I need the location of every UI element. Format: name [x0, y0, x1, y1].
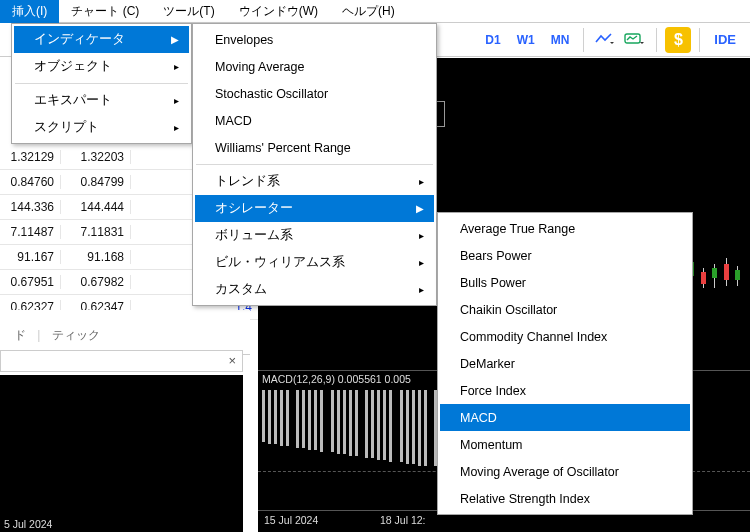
- close-icon[interactable]: ×: [228, 353, 236, 368]
- indicators-button[interactable]: [622, 27, 648, 53]
- timeframe-d1[interactable]: D1: [479, 29, 506, 51]
- lower-panel: [0, 375, 243, 532]
- panel-header: ×: [0, 350, 243, 372]
- moving-average-item[interactable]: Moving Average: [195, 53, 434, 80]
- arrow-right-icon: ▸: [174, 61, 179, 72]
- oscillator-item[interactable]: オシレーター▶: [195, 195, 434, 222]
- time-tick: 18 Jul 12:: [380, 514, 426, 526]
- menu-window[interactable]: ウインドウ(W): [227, 0, 330, 23]
- script-menu-item[interactable]: スクリプト▸: [14, 114, 189, 141]
- quote-cell: 0.67982: [60, 275, 130, 289]
- trend-item[interactable]: トレンド系▸: [195, 168, 434, 195]
- quote-cell: 1.32129: [0, 150, 60, 164]
- arrow-right-icon: ▸: [174, 122, 179, 133]
- menu-tool[interactable]: ツール(T): [151, 0, 226, 23]
- quote-cell: 1.32203: [60, 150, 130, 164]
- stochastic-item[interactable]: Stochastic Oscillator: [195, 80, 434, 107]
- menubar: 挿入(I) チャート (C) ツール(T) ウインドウ(W) ヘルプ(H): [0, 0, 750, 23]
- force-index-item[interactable]: Force Index: [440, 377, 690, 404]
- quote-cell: 91.167: [0, 250, 60, 264]
- quote-cell: 144.336: [0, 200, 60, 214]
- timeframe-w1[interactable]: W1: [511, 29, 541, 51]
- quote-cell: 0.84760: [0, 175, 60, 189]
- time-tick-left: 5 Jul 2024: [0, 518, 243, 532]
- bulls-power-item[interactable]: Bulls Power: [440, 269, 690, 296]
- arrow-right-icon: ▸: [419, 176, 424, 187]
- williams-item[interactable]: Williams' Percent Range: [195, 134, 434, 161]
- mao-item[interactable]: Moving Average of Oscillator: [440, 458, 690, 485]
- quote-cell: 0.67951: [0, 275, 60, 289]
- quote-cell: 7.11831: [60, 225, 130, 239]
- chaikin-item[interactable]: Chaikin Oscillator: [440, 296, 690, 323]
- quote-cell: 91.168: [60, 250, 130, 264]
- tab-card[interactable]: ド: [6, 325, 34, 346]
- cci-item[interactable]: Commodity Channel Index: [440, 323, 690, 350]
- momentum-item[interactable]: Momentum: [440, 431, 690, 458]
- envelopes-item[interactable]: Envelopes: [195, 26, 434, 53]
- arrow-right-icon: ▸: [419, 257, 424, 268]
- macd-osc-item[interactable]: MACD: [440, 404, 690, 431]
- insert-menu: インディケータ▶ オブジェクト▸ エキスパート▸ スクリプト▸: [11, 23, 192, 144]
- bears-power-item[interactable]: Bears Power: [440, 242, 690, 269]
- toolbar-separator: [656, 28, 657, 52]
- arrow-right-icon: ▸: [419, 230, 424, 241]
- rsi-item[interactable]: Relative Strength Index: [440, 485, 690, 512]
- indicator-menu-item[interactable]: インディケータ▶: [14, 26, 189, 53]
- dollar-button[interactable]: $: [665, 27, 691, 53]
- macd-label: MACD(12,26,9) 0.005561 0.005: [262, 373, 411, 385]
- expert-menu-item[interactable]: エキスパート▸: [14, 87, 189, 114]
- atr-item[interactable]: Average True Range: [440, 215, 690, 242]
- ide-button[interactable]: IDE: [708, 32, 742, 47]
- quote-cell: 144.444: [60, 200, 130, 214]
- arrow-right-icon: ▸: [174, 95, 179, 106]
- indicator-submenu: Envelopes Moving Average Stochastic Osci…: [192, 23, 437, 306]
- volume-item[interactable]: ボリューム系▸: [195, 222, 434, 249]
- chart-type-dropdown[interactable]: [592, 27, 618, 53]
- menu-help[interactable]: ヘルプ(H): [330, 0, 407, 23]
- toolbar-separator: [699, 28, 700, 52]
- toolbar-separator: [583, 28, 584, 52]
- timeframe-mn[interactable]: MN: [545, 29, 576, 51]
- quote-cell: 0.84799: [60, 175, 130, 189]
- quote-cell: 7.11487: [0, 225, 60, 239]
- menu-chart[interactable]: チャート (C): [59, 0, 151, 23]
- macd-item[interactable]: MACD: [195, 107, 434, 134]
- tab-row: ド | ティック: [0, 310, 250, 355]
- arrow-right-icon: ▸: [419, 284, 424, 295]
- arrow-right-icon: ▶: [171, 34, 179, 45]
- arrow-right-icon: ▶: [416, 203, 424, 214]
- object-menu-item[interactable]: オブジェクト▸: [14, 53, 189, 80]
- macd-bars: [262, 390, 464, 470]
- demarker-item[interactable]: DeMarker: [440, 350, 690, 377]
- custom-item[interactable]: カスタム▸: [195, 276, 434, 303]
- bill-williams-item[interactable]: ビル・ウィリアムス系▸: [195, 249, 434, 276]
- menu-insert[interactable]: 挿入(I): [0, 0, 59, 23]
- oscillator-submenu: Average True Range Bears Power Bulls Pow…: [437, 212, 693, 515]
- time-tick: 15 Jul 2024: [264, 514, 318, 526]
- tab-tick[interactable]: ティック: [44, 325, 108, 346]
